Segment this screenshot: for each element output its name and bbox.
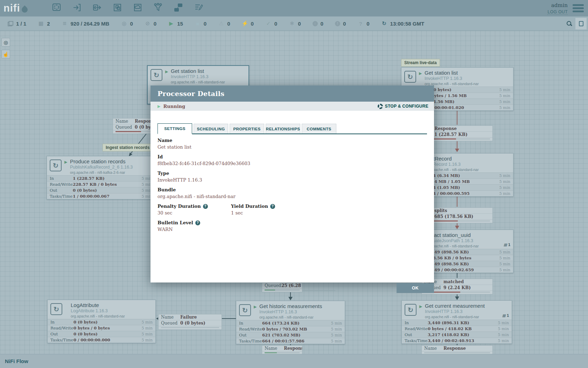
processor-state-label: Running (163, 104, 185, 109)
template-tool-icon[interactable] (194, 3, 203, 14)
running-icon (168, 20, 174, 27)
field-bulletin-level: Bulletin Level? WARN (158, 220, 427, 232)
threads-grid-icon (38, 20, 44, 27)
funnel-tool-icon[interactable] (153, 3, 163, 14)
input-port-tool-icon[interactable] (72, 3, 82, 14)
stat-stale: ↑0 (313, 21, 323, 27)
stat-disabled: 0 (242, 20, 254, 27)
stopped-icon (195, 21, 201, 27)
nifi-logo: nifi (4, 3, 43, 13)
processor-icon: ↻ (239, 304, 251, 316)
nifi-logo-text: nifi (4, 3, 20, 13)
search-icon[interactable] (566, 21, 572, 26)
running-indicator-icon: ▶ (419, 71, 422, 76)
stat-not-transmitting: 0 (145, 20, 156, 27)
not-transmitting-icon (145, 20, 151, 27)
gear-icon (378, 104, 383, 109)
label-flow-tool-icon[interactable] (174, 3, 183, 14)
processor-logattribute[interactable]: ↻ LogAttribute LogAttribute 1.16.3 org.a… (47, 300, 156, 343)
stat-invalid: 0 (218, 20, 230, 27)
stat-queued: 920 / 264.29 MB (62, 20, 110, 27)
processor-icon: ↻ (50, 159, 62, 171)
panel-icon (579, 21, 583, 26)
stat-transmitting: 0 (121, 20, 133, 27)
stop-and-configure-button[interactable]: STOP & CONFIGURE (378, 104, 428, 109)
stat-threads: 2 (38, 20, 50, 27)
label-stream-live-data[interactable]: Stream live-data (401, 59, 440, 67)
processor-icon: ↻ (50, 303, 62, 315)
locally-modified-stale-icon: ! (335, 21, 340, 26)
stat-up-to-date: 0 (265, 20, 277, 27)
processor-get-current-measurement[interactable]: ↻ ▶ Get current measurement InvokeHTTP 1… (401, 300, 512, 344)
connection-response-bottom-center[interactable]: NameResponse (262, 345, 302, 355)
nifi-drop-icon (20, 5, 29, 14)
tab-relationships[interactable]: RELATIONSHIPS (266, 124, 300, 134)
tab-scheduling[interactable]: SCHEDULING (194, 124, 228, 134)
stat-cluster: 1 / 1 (8, 21, 26, 27)
stale-icon: ↑ (313, 21, 318, 26)
stat-locally-modified: 0 (289, 20, 301, 27)
stat-sync-failure: 0 (357, 21, 369, 27)
label-ingest-station-records[interactable]: Ingest station records (103, 144, 153, 151)
tab-settings[interactable]: SETTINGS (158, 123, 192, 134)
process-group-tool-icon[interactable] (113, 3, 122, 14)
running-indicator-icon: ▶ (254, 305, 257, 309)
stat-last-refresh: 13:00:58 GMT (381, 20, 425, 27)
processor-icon: ↻ (150, 69, 162, 81)
sync-failure-icon (357, 21, 364, 27)
bulletin-count-badge: ▦1 (502, 313, 509, 318)
dialog-header: Processor Details (150, 86, 434, 102)
help-icon[interactable]: ? (195, 220, 200, 225)
processor-tool-icon[interactable] (52, 3, 61, 14)
invalid-icon (218, 20, 224, 27)
refresh-icon[interactable] (381, 20, 387, 27)
dialog-status-row: ▶ Running STOP & CONFIGURE (150, 102, 434, 111)
global-menu-icon[interactable] (573, 3, 584, 14)
ok-button[interactable]: OK (397, 283, 434, 293)
stat-running: 15 (168, 20, 183, 27)
field-penalty-duration: Penalty Duration? 30 sec (158, 204, 231, 216)
output-port-tool-icon[interactable] (92, 3, 102, 14)
app-header: nifi admin LOG OUT (0, 0, 588, 16)
processor-icon: ↻ (404, 71, 416, 83)
help-icon[interactable]: ? (270, 204, 275, 209)
breadcrumb-bar: NiFi Flow (0, 354, 588, 368)
logout-link[interactable]: LOG OUT (547, 9, 568, 15)
dialog-title: Processor Details (158, 90, 224, 97)
birdseye-panel-button[interactable] (575, 18, 587, 29)
tab-properties[interactable]: PROPERTIES (230, 124, 264, 134)
processor-details-dialog: Processor Details ▶ Running STOP & CONFI… (150, 86, 434, 282)
locally-modified-icon (289, 20, 295, 27)
processor-produce-station-records[interactable]: ↻ ▶ Produce station records PublishKafka… (47, 156, 156, 199)
field-yield-duration: Yield Duration? 1 sec (231, 204, 275, 216)
dialog-tabs: SETTINGS SCHEDULING PROPERTIES RELATIONS… (158, 123, 427, 134)
running-indicator-icon: ▶ (165, 69, 168, 74)
field-name: Name Get station list (158, 138, 427, 150)
disabled-icon (242, 20, 248, 27)
up-to-date-icon (265, 20, 272, 27)
queued-list-icon (62, 20, 68, 27)
fit-view-button[interactable]: ◎ (1, 38, 10, 47)
field-id: Id f8fbeb32-fc46-31cf-829d-074d09e36603 (158, 154, 427, 166)
tab-comments[interactable]: COMMENTS (302, 124, 336, 134)
stat-locally-modified-stale: !0 (335, 21, 346, 27)
running-indicator-icon: ▶ (64, 160, 67, 164)
running-indicator-icon: ▶ (158, 104, 160, 109)
current-user: admin (547, 2, 568, 8)
help-icon[interactable]: ? (203, 204, 208, 209)
remote-process-group-tool-icon[interactable] (133, 3, 142, 14)
connection-response-bottom-right[interactable]: NameResponse (421, 345, 493, 355)
field-type: Type InvokeHTTP 1.16.3 (158, 171, 427, 183)
breadcrumb[interactable]: NiFi Flow (5, 358, 28, 364)
hand-drag-button[interactable]: ☝ (1, 50, 10, 59)
cluster-icon (8, 21, 13, 26)
running-indicator-icon: ▶ (419, 304, 422, 309)
bulletin-count-badge: ▦1 (503, 243, 510, 247)
connection-failure[interactable]: NameFailure Queued0 (0 bytes) (158, 314, 222, 330)
transmitting-icon (121, 20, 127, 27)
stat-stopped: 0 (195, 21, 206, 27)
global-status-bar: 1 / 1 2 920 / 264.29 MB 0 0 15 0 0 0 0 0… (0, 16, 588, 31)
field-bundle: Bundle org.apache.nifi - nifi-standard-n… (158, 187, 427, 199)
processor-get-historic-measurements[interactable]: ↻ ▶ Get historic measurements InvokeHTTP… (236, 301, 345, 344)
processor-icon: ↻ (405, 304, 416, 316)
